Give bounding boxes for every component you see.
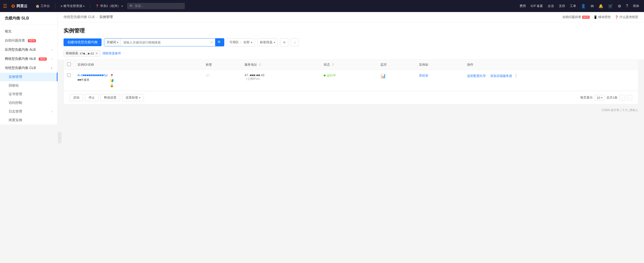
- prev-page-btn[interactable]: ‹: [620, 95, 625, 100]
- stop-btn[interactable]: 停止: [85, 94, 98, 101]
- search-button[interactable]: 🔍: [215, 38, 224, 46]
- region-selector[interactable]: 可用区： 全部 ▾: [227, 38, 255, 46]
- location-icon: 📍: [95, 4, 99, 8]
- clear-filters-btn[interactable]: 清除筛选条件: [102, 51, 121, 55]
- add-backend-link[interactable]: 添加后端服务器: [490, 74, 512, 78]
- nav-divider-2: [90, 3, 90, 8]
- nav-resources[interactable]: ≡ 账号全部资源 ▾: [58, 3, 87, 9]
- tag-empty-icon[interactable]: 🏷: [206, 73, 210, 77]
- filter-dropdown[interactable]: 关键词 ▾: [104, 38, 121, 46]
- page-header: 实例管理: [58, 22, 644, 38]
- sidebar-item-cert[interactable]: 证书管理: [0, 90, 58, 99]
- logo[interactable]: ⊖ 阿里云: [11, 3, 28, 9]
- header-monitor: 监控: [377, 60, 416, 70]
- nav-workbench[interactable]: 🏠 工作台: [33, 3, 52, 9]
- nav-enterprise[interactable]: 企业: [546, 3, 556, 9]
- sidebar-item-idle[interactable]: 闲置实例: [0, 116, 58, 125]
- filter-tag-close-icon[interactable]: ✕: [95, 51, 98, 55]
- breadcrumb: 传统型负载均衡 CLB / 实例管理: [64, 15, 113, 19]
- layout-toggle-btn[interactable]: ≡: [280, 38, 288, 46]
- chevron-down-icon-sidebar: ∧: [50, 66, 53, 70]
- sidebar-wrapper: 负载均衡 SLB 概览 自助问题排查 NEW 应用型负载均衡 ALB › 网络型…: [0, 12, 58, 263]
- breadcrumb-parent[interactable]: 传统型负载均衡 CLB: [64, 15, 94, 19]
- nav-workorder[interactable]: 工单: [568, 3, 578, 9]
- nav-region[interactable]: 📍 华东1（杭州） ▾: [93, 3, 125, 9]
- sidebar-cert-label: 证书管理: [9, 92, 22, 96]
- tag-filter[interactable]: 标签筛选 ▾: [257, 38, 278, 46]
- nav-bell-icon[interactable]: 🔔: [596, 3, 605, 9]
- sidebar-group-alb[interactable]: 应用型负载均衡 ALB ›: [0, 45, 58, 54]
- page-size-select[interactable]: 10 ▾: [595, 95, 604, 100]
- mobile-control-action[interactable]: 📱 移动管控: [594, 15, 611, 19]
- more-actions-btn[interactable]: ⋮: [513, 74, 519, 78]
- nav-icp[interactable]: ICP 备案: [529, 3, 545, 9]
- home-icon: 🏠: [36, 4, 40, 8]
- instance-id-link[interactable]: lb-b■■■■■■■■■■■0yr: [78, 73, 108, 77]
- status-dot: [324, 74, 326, 76]
- nav-divider-1: [55, 3, 55, 8]
- page-footer: CSDN @天草二十六_简村人: [58, 104, 644, 116]
- pagination: 每页显示 10 ▾ 总共1条 ‹ ›: [580, 95, 632, 100]
- header-checkbox-cell: [64, 60, 74, 70]
- search-clear-icon[interactable]: ✕: [208, 40, 215, 45]
- nav-support[interactable]: 支持: [557, 3, 567, 9]
- header-diagnose: 实例诊: [416, 60, 464, 70]
- search-icon: 🔍: [130, 4, 133, 8]
- location-pin-icon: 📍: [110, 74, 114, 78]
- sidebar-instance-label: 实例管理: [9, 75, 22, 79]
- start-btn[interactable]: 启动: [70, 94, 83, 101]
- sidebar-nlb-label: 网络型负载均衡 NLB: [5, 57, 36, 61]
- sidebar-access-label: 访问控制: [9, 101, 22, 105]
- filter-label: 关键词: [106, 40, 116, 44]
- hamburger-icon[interactable]: ☰: [3, 3, 7, 9]
- chevron-down-icon-2: ▾: [122, 5, 123, 7]
- row-diagnose-cell: 发起诊: [416, 70, 464, 91]
- sidebar-item-instance-mgmt[interactable]: 实例管理: [0, 73, 58, 81]
- sidebar-group-nlb[interactable]: 网络型负载均衡 NLB NEW ›: [0, 54, 58, 63]
- page-size-value: 10: [597, 96, 600, 99]
- nav-help-icon[interactable]: ?: [624, 3, 630, 9]
- filter-tag-fuzzy: 模糊搜索 47■...■.43 ✕: [64, 50, 100, 56]
- header-service-addr[interactable]: 服务地址 ▽: [241, 60, 320, 70]
- sidebar-item-access-control[interactable]: 访问控制: [0, 99, 58, 107]
- sidebar-item-label: 概览: [5, 29, 12, 34]
- search-input[interactable]: [121, 38, 208, 46]
- tag-filter-label: 标签筛选: [260, 40, 272, 44]
- nav-user-icon[interactable]: 👤: [579, 3, 588, 9]
- download-btn[interactable]: ↓: [291, 38, 299, 46]
- top-nav: ☰ ⊖ 阿里云 🏠 工作台 ≡ 账号全部资源 ▾ 📍 华东1（杭州） ▾ 🔍 搜…: [0, 0, 644, 12]
- set-tag-btn[interactable]: 设置标签 ▾: [122, 94, 144, 101]
- monitor-chart-icon[interactable]: 📊: [380, 74, 386, 78]
- global-search[interactable]: 🔍 搜索...: [127, 3, 185, 9]
- row-checkbox[interactable]: [67, 73, 71, 77]
- sidebar-new-badge: NEW: [28, 39, 36, 42]
- diagnose-link[interactable]: 发起诊: [419, 74, 428, 77]
- header-status[interactable]: 状态 ▽: [320, 60, 377, 70]
- chevron-right-icon-2: ›: [52, 57, 53, 61]
- next-page-btn[interactable]: ›: [627, 95, 632, 100]
- nav-lang[interactable]: 简体: [631, 3, 641, 9]
- select-all-checkbox[interactable]: [67, 62, 71, 66]
- what-is-action[interactable]: ❓ 什么是传统型: [615, 15, 638, 19]
- sidebar-item-log-mgmt[interactable]: 日志管理 ›: [0, 107, 58, 116]
- release-btn[interactable]: 释放设置: [100, 94, 120, 101]
- sidebar-item-recycle[interactable]: 回收站: [0, 81, 58, 90]
- nav-fee[interactable]: 费用: [518, 3, 528, 9]
- row-status-cell: 运行中: [320, 70, 377, 91]
- service-addr-value: 47..■■■.■■.43: [244, 73, 317, 77]
- create-button[interactable]: 创建传统型负载均衡: [64, 38, 102, 46]
- search-filter: 关键词 ▾ ✕ 🔍: [104, 38, 224, 46]
- nav-mail-icon[interactable]: ✉: [589, 3, 596, 9]
- self-help-action[interactable]: 自助问题排查 NEW: [562, 15, 590, 19]
- sidebar-item-selfhelp[interactable]: 自助问题排查 NEW: [0, 36, 58, 45]
- mobile-label: 移动管控: [598, 15, 611, 19]
- listener-guide-link[interactable]: 监听配置向导: [467, 74, 486, 78]
- nav-settings-icon[interactable]: ⚙: [616, 3, 623, 9]
- sidebar-group-clb[interactable]: 传统型负载均衡 CLB ∧: [0, 63, 58, 73]
- sidebar-collapse-button[interactable]: ‹: [58, 132, 62, 143]
- nav-cart-icon[interactable]: 🛒: [606, 3, 615, 9]
- header-actions: 操作: [464, 60, 638, 70]
- sidebar-item-overview[interactable]: 概览: [0, 27, 58, 36]
- page-size-chevron-icon: ▾: [601, 96, 602, 99]
- page-size-label: 每页显示: [580, 95, 593, 100]
